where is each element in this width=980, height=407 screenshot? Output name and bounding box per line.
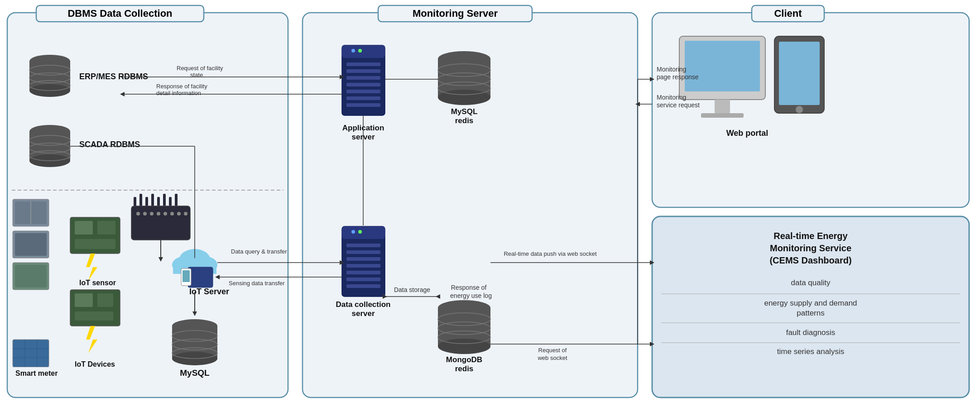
antenna6 [163,194,166,206]
antenna5 [157,197,160,206]
mongodb-label2: redis [455,364,474,373]
erp-label: ERP/MES RDBMS [79,72,148,81]
tablet-screen [779,42,820,105]
slot4 [346,83,380,86]
port5 [163,212,167,215]
request-label: Request of facility [177,65,223,72]
web-portal-label: Web portal [726,129,769,138]
monitor-service-label2: service request [657,101,700,109]
cems-item2a: energy supply and demand [764,299,857,307]
board-chip3 [75,239,115,249]
dc-slot6 [346,278,380,281]
port6 [170,212,174,215]
antenna1 [134,197,136,206]
antenna7 [169,197,172,206]
slot2 [346,69,380,73]
antenna2 [139,194,142,206]
antenna3 [145,197,148,206]
monitor-stand [715,100,730,113]
sensing-label: Sensing data transfer [229,280,285,287]
smart-meter-label: Smart meter [15,369,58,377]
response-label2: detail information [156,90,201,96]
iot-server-device1 [188,267,213,287]
dc-server-label: Data collection [336,300,391,309]
iot-devices-label: IoT Devices [75,360,115,368]
mysql-label-bottom: MySQL [180,368,210,378]
antenna8 [175,194,178,206]
cems-item2b: patterns [797,309,824,317]
led1 [351,49,355,53]
websocket-req-label2: web socket [537,354,567,361]
monitor-page-label2: page response [657,73,699,81]
photo-cabinet2-inner [15,233,47,256]
iot-server-label: IoT Server [189,287,229,296]
mongodb-label: MongoDB [446,355,482,364]
dc-server-label2: server [351,309,375,318]
energy-log-label: Response of [451,284,487,291]
port7 [177,212,181,215]
mysql-redis-label2: redis [455,116,474,125]
cems-title1: Real-time Energy [773,231,848,241]
cems-title2: Monitoring Service [770,243,851,253]
antenna4 [151,194,154,206]
main-container: DBMS Data Collection ERP/MES RDBMS SCADA… [0,0,980,407]
slot6 [346,96,380,100]
client-title: Client [774,8,802,19]
led2 [358,49,362,53]
slot1 [346,62,380,66]
board-chip2 [97,221,115,235]
dc-slot7 [346,284,380,288]
tablet-button [796,106,803,113]
dc-led2 [358,230,362,234]
port4 [157,212,160,215]
slot7 [346,103,380,107]
iot-phone-screen [183,270,190,282]
dc-slot2 [346,250,380,254]
request-label2: state [190,72,203,78]
monitor-screen [685,41,760,91]
mongodb-bottom [438,339,490,354]
board-chip1 [75,221,93,235]
data-storage-label: Data storage [394,286,430,293]
dbms-title: DBMS Data Collection [67,8,172,19]
websocket-req-label: Request of [538,347,567,354]
app-server-top [342,45,385,58]
router-device [131,206,190,240]
port1 [136,212,140,215]
scada-label: SCADA RDBMS [79,140,140,149]
diagram-svg: DBMS Data Collection ERP/MES RDBMS SCADA… [0,0,980,407]
iot-sensor-label: IoT sensor [79,279,116,287]
mysql-redis-bottom [438,90,490,105]
slot5 [346,90,380,93]
cems-item1: data quality [791,278,831,287]
monitor-base [701,113,744,118]
cems-item3: fault diagnosis [786,328,836,337]
monitor-page-label: Monitoring [657,66,686,73]
dc-slot4 [346,264,380,268]
port8 [184,212,187,215]
dc-slot5 [346,271,380,274]
dc-server-top [342,226,385,239]
photo-solar [13,340,49,367]
cems-title3: (CEMS Dashboard) [769,255,851,265]
port3 [150,212,154,215]
monitor-service-label: Monitoring [657,94,686,101]
slot3 [346,76,380,80]
monitoring-title: Monitoring Server [413,8,498,19]
photo-cabinet3-inner [15,265,47,287]
energy-log-label2: energy use log [450,292,492,299]
data-query-label: Data query & transfer [231,248,287,255]
dc-slot3 [346,257,380,261]
cems-item4: time series analysis [777,347,844,356]
realtime-label: Real-time data push via web socket [504,250,597,257]
response-label: Response of facility [156,83,207,90]
devices-chip3 [75,311,113,321]
port2 [143,212,147,215]
devices-chip2 [97,293,113,307]
devices-chip1 [75,293,93,307]
dc-slot1 [346,244,380,247]
mysql-redis-label: MySQL [451,107,478,116]
dc-led1 [351,230,355,234]
